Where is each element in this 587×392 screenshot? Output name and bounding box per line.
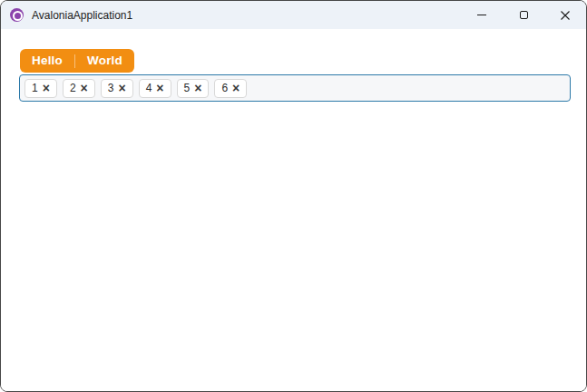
app-window: AvaloniaApplication1 Hello World xyxy=(0,0,587,392)
tab-strip: Hello World xyxy=(20,49,134,73)
close-button[interactable] xyxy=(544,1,586,29)
main-content: Hello World 1 × 2 × 3 × 4 × 5 × xyxy=(1,29,586,391)
caption-buttons xyxy=(461,1,586,29)
tag-label: 6 xyxy=(221,82,228,94)
close-icon xyxy=(561,11,570,20)
tab-world[interactable]: World xyxy=(75,49,134,73)
tag-label: 5 xyxy=(184,82,191,94)
tag-close-icon[interactable]: × xyxy=(118,82,125,94)
tag-close-icon[interactable]: × xyxy=(156,82,163,94)
tag-input-box[interactable]: 1 × 2 × 3 × 4 × 5 × 6 × xyxy=(19,74,571,102)
tag-chip[interactable]: 4 × xyxy=(139,79,171,98)
tag-close-icon[interactable]: × xyxy=(232,82,240,94)
title-bar[interactable]: AvaloniaApplication1 xyxy=(1,1,586,29)
tag-close-icon[interactable]: × xyxy=(81,82,88,94)
tag-chip[interactable]: 6 × xyxy=(214,79,247,98)
minimize-icon xyxy=(477,15,486,15)
tag-close-icon[interactable]: × xyxy=(43,82,50,94)
avalonia-logo-icon xyxy=(10,8,24,22)
tag-chip[interactable]: 2 × xyxy=(63,79,95,98)
tag-chip[interactable]: 1 × xyxy=(24,79,57,98)
tag-label: 4 xyxy=(146,82,152,94)
tag-chip[interactable]: 5 × xyxy=(177,79,210,98)
tag-chip[interactable]: 3 × xyxy=(101,79,133,98)
maximize-icon xyxy=(520,11,528,19)
window-title: AvaloniaApplication1 xyxy=(32,9,132,22)
tab-hello[interactable]: Hello xyxy=(20,49,74,73)
maximize-button[interactable] xyxy=(503,1,544,29)
tag-label: 2 xyxy=(70,82,76,94)
minimize-button[interactable] xyxy=(461,1,503,29)
tag-label: 1 xyxy=(32,82,38,94)
tag-label: 3 xyxy=(108,82,114,94)
tag-close-icon[interactable]: × xyxy=(194,82,201,94)
